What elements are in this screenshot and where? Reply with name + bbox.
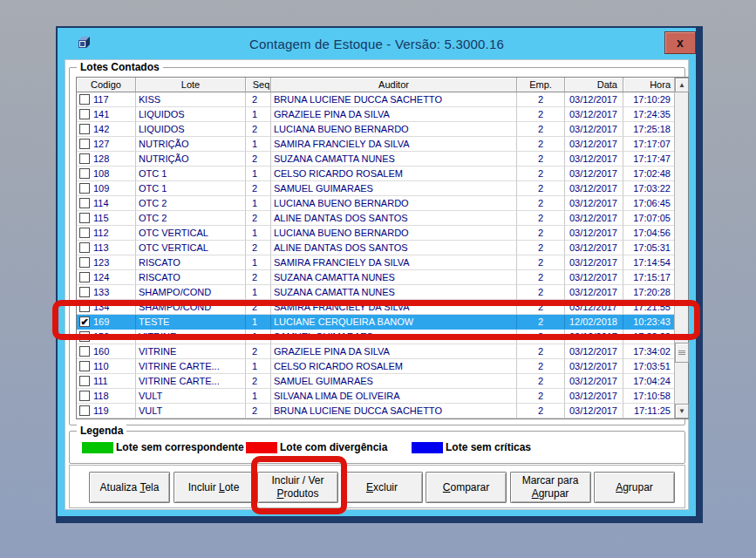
button-label-text: Incluir	[188, 481, 219, 493]
table-row[interactable]: 112OTC VERTICAL1LUCIANA BUENO BERNARDO20…	[77, 226, 674, 241]
scroll-down-icon[interactable]: ▼	[675, 404, 689, 418]
checkbox-unchecked[interactable]	[79, 213, 90, 223]
cell-auditor: BRUNA LUCIENE DUCCA SACHETTO	[271, 92, 517, 107]
button-label-text: Incluir / Ver	[271, 474, 324, 487]
checkbox-unchecked[interactable]	[79, 346, 90, 357]
cell-hora: 17:24:35	[623, 107, 674, 122]
checkbox-unchecked[interactable]	[79, 242, 90, 253]
cell-codigo: 123	[77, 255, 136, 270]
button-label-text: xcluir	[373, 481, 398, 493]
table-row[interactable]: 128NUTRIÇÃO2SUZANA CAMATTA NUNES203/12/2…	[77, 152, 674, 167]
table-row[interactable]: 108OTC 11CELSO RICARDO ROSALEM203/12/201…	[77, 167, 674, 181]
table-row[interactable]: 127NUTRIÇÃO1SAMIRA FRANCIELY DA SILVA203…	[77, 137, 674, 152]
cell-auditor: SAMUEL GUIMARAES	[271, 181, 517, 196]
button-label-text: ela	[145, 481, 159, 493]
checkbox-unchecked[interactable]	[79, 302, 90, 312]
checkbox-unchecked[interactable]	[79, 405, 90, 416]
cell-emp: 2	[517, 270, 565, 285]
table-row[interactable]: 113OTC VERTICAL2ALINE DANTAS DOS SANTOS2…	[77, 241, 674, 255]
marcar-para-agrupar-button[interactable]: Marcar paraAgrupar	[510, 472, 591, 503]
checkbox-unchecked[interactable]	[79, 183, 90, 194]
cell-emp: 2	[517, 122, 565, 137]
table-row[interactable]: 119VULT2BRUNA LUCIENE DUCCA SACHETTO203/…	[77, 404, 674, 418]
cell-codigo: 111	[77, 374, 136, 389]
checkbox-unchecked[interactable]	[79, 124, 90, 134]
cell-codigo: 110	[77, 359, 136, 374]
button-label-line: Incluir / Ver	[271, 474, 324, 487]
checkbox-unchecked[interactable]	[79, 361, 90, 371]
column-header-lote[interactable]: Lote	[136, 78, 246, 92]
scrollbar-thumb[interactable]	[675, 343, 689, 363]
cell-auditor: SAMUEL GUIMARAES	[271, 374, 517, 389]
table-row[interactable]: 114OTC 21LUCIANA BUENO BERNARDO203/12/20…	[77, 196, 674, 211]
cell-emp: 2	[517, 167, 565, 181]
table-row[interactable]: 124RISCATO2SUZANA CAMATTA NUNES203/12/20…	[77, 270, 674, 285]
checkbox-unchecked[interactable]	[79, 109, 90, 119]
agrupar-button[interactable]: Agrupar	[594, 472, 675, 503]
table-row[interactable]: 159VITRINE1SAMUEL GUIMARAES203/12/201717…	[77, 330, 674, 344]
button-label-line: Excluir	[366, 481, 398, 494]
button-label-text: E	[366, 481, 373, 493]
checkbox-unchecked[interactable]	[79, 198, 90, 208]
cell-hora: 10:23:43	[623, 315, 674, 330]
cell-lote: RISCATO	[136, 270, 246, 285]
checkbox-checked[interactable]: ✔	[79, 316, 90, 327]
button-label-line: Agrupar	[616, 481, 653, 494]
table-row[interactable]: 123RISCATO1SAMIRA FRANCIELY DA SILVA203/…	[77, 255, 674, 270]
cell-data: 03/12/2017	[565, 196, 623, 211]
checkbox-unchecked[interactable]	[79, 153, 90, 164]
button-label-text: ote	[225, 481, 240, 493]
excluir-button[interactable]: Excluir	[342, 472, 423, 503]
checkbox-unchecked[interactable]	[79, 287, 90, 297]
table-row[interactable]: 111VITRINE CARTE...2SAMUEL GUIMARAES203/…	[77, 374, 674, 389]
column-header-codigo[interactable]: Codigo	[77, 78, 136, 92]
checkbox-unchecked[interactable]	[79, 257, 90, 268]
table-row[interactable]: 133SHAMPO/COND1SUZANA CAMATTA NUNES203/1…	[77, 285, 674, 300]
cell-auditor: SUZANA CAMATTA NUNES	[271, 285, 517, 300]
cell-data: 03/12/2017	[565, 344, 623, 359]
table-row[interactable]: 142LIQUIDOS2LUCIANA BUENO BERNARDO203/12…	[77, 122, 674, 137]
column-header-hora[interactable]: Hora	[623, 78, 674, 92]
cell-seq: 1	[246, 389, 271, 404]
cell-lote: OTC 1	[136, 181, 246, 196]
codigo-value: 123	[93, 257, 109, 268]
scroll-up-icon[interactable]: ▲	[675, 78, 689, 92]
cell-emp: 2	[517, 255, 565, 270]
table-row[interactable]: 118VULT1SILVANA LIMA DE OLIVEIRA203/12/2…	[77, 389, 674, 404]
checkbox-unchecked[interactable]	[79, 139, 90, 149]
cell-lote: NUTRIÇÃO	[136, 137, 246, 152]
legend-label: Lote sem críticas	[446, 441, 531, 453]
checkbox-unchecked[interactable]	[79, 94, 90, 105]
table-row[interactable]: 134SHAMPO/COND2SAMIRA FRANCIELY DA SILVA…	[77, 300, 674, 315]
table-row[interactable]: 110VITRINE CARTE...1CELSO RICARDO ROSALE…	[77, 359, 674, 374]
close-button[interactable]: x	[664, 31, 696, 54]
checkbox-unchecked[interactable]	[79, 272, 90, 282]
checkbox-unchecked[interactable]	[79, 228, 90, 238]
table-row[interactable]: 141LIQUIDOS1GRAZIELE PINA DA SILVA203/12…	[77, 107, 674, 122]
incluir-ver-produtos-button[interactable]: Incluir / VerProdutos	[257, 472, 338, 503]
column-header-auditor[interactable]: Auditor	[271, 78, 517, 92]
column-header-emp[interactable]: Emp.	[517, 78, 565, 92]
checkbox-unchecked[interactable]	[79, 168, 90, 179]
column-header-data[interactable]: Data	[565, 78, 623, 92]
table-row[interactable]: 117KISS2BRUNA LUCIENE DUCCA SACHETTO203/…	[77, 92, 674, 107]
checkbox-unchecked[interactable]	[79, 391, 90, 401]
cell-hora: 17:04:24	[623, 374, 674, 389]
comparar-button[interactable]: Comparar	[426, 472, 507, 503]
table-row[interactable]: 160VITRINE2GRAZIELE PINA DA SILVA203/12/…	[77, 344, 674, 359]
cell-data: 03/12/2017	[565, 181, 623, 196]
table-row[interactable]: ✔169TESTE1LUCIANE CERQUEIRA BANOW212/02/…	[77, 315, 674, 330]
checkbox-unchecked[interactable]	[79, 331, 90, 342]
column-header-seq[interactable]: Seq	[246, 78, 271, 92]
atualiza-tela-button[interactable]: Atualiza Tela	[89, 472, 170, 503]
table-row[interactable]: 109OTC 12SAMUEL GUIMARAES203/12/201717:0…	[77, 181, 674, 196]
checkbox-unchecked[interactable]	[79, 376, 90, 386]
vertical-scrollbar[interactable]: ▲ ▼	[674, 78, 688, 418]
incluir-lote-button[interactable]: Incluir Lote	[174, 472, 255, 503]
cell-codigo: 142	[77, 122, 136, 137]
codigo-value: 112	[93, 228, 109, 238]
cell-auditor: LUCIANA BUENO BERNARDO	[271, 226, 517, 241]
title-bar: Contagem de Estoque - Versão: 5.3000.16 …	[58, 28, 696, 59]
table-row[interactable]: 115OTC 22ALINE DANTAS DOS SANTOS203/12/2…	[77, 211, 674, 226]
cell-emp: 2	[517, 344, 565, 359]
